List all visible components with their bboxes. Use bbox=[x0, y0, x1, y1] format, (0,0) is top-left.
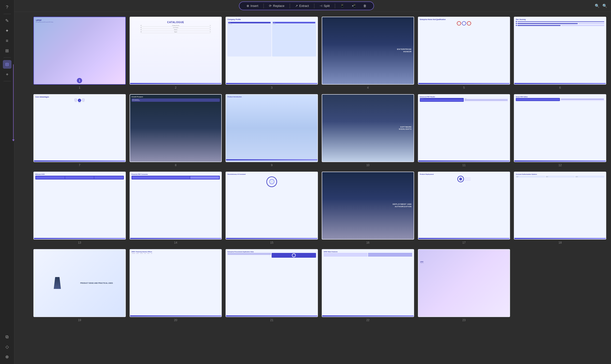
sidebar-divider-2 bbox=[4, 57, 11, 58]
slide20-bottom-bar bbox=[130, 315, 222, 317]
page-15-number: 15 bbox=[270, 241, 273, 244]
slide13-bottom-bar bbox=[34, 238, 125, 239]
trash-icon[interactable]: 🗑 bbox=[360, 3, 370, 9]
page-14-number: 14 bbox=[174, 241, 177, 244]
replace-label: Replace bbox=[273, 4, 284, 8]
slide3-bottom-bar bbox=[226, 83, 318, 84]
page-11-thumb[interactable]: Enhanced PDF Reader Reading Mode Feature… bbox=[418, 94, 510, 167]
page-6-thumb[interactable]: Our Journey bbox=[514, 17, 606, 89]
pages-icon[interactable]: ⊟ bbox=[3, 60, 12, 69]
comment-icon[interactable]: ✦ bbox=[3, 26, 12, 35]
page-7-number: 7 bbox=[79, 164, 81, 167]
arrow-decoration bbox=[13, 64, 14, 141]
page-21-frame[interactable]: Enterprise Procurement Application Value bbox=[225, 249, 318, 317]
page-19-thumb[interactable]: PRODUCT EDGE AND PRACTICAL USES 19 bbox=[33, 249, 126, 322]
page-12-number: 12 bbox=[558, 164, 562, 167]
page-23-thumb[interactable]: UPDF Thank You 23 bbox=[418, 249, 510, 322]
page-17-number: 17 bbox=[462, 241, 465, 244]
insert-icon: ⊕ bbox=[247, 4, 249, 8]
page-2-thumb[interactable]: CATALOGUE 01Company Overview••• 02Core P… bbox=[130, 17, 222, 89]
main-area: ⊕ Insert ⟳ Replace ↗ Extract ⊣ Split 📱 bbox=[14, 0, 611, 364]
toolbar-sep-1 bbox=[264, 4, 264, 8]
page-7-frame[interactable]: Core Advantages ⊞ Product ✦ Core Adv bbox=[33, 94, 126, 162]
page-9-thumb[interactable]: Product Introduction 9 bbox=[225, 94, 318, 167]
link-icon[interactable]: ⊕ bbox=[3, 352, 12, 361]
page-7-thumb[interactable]: Core Advantages ⊞ Product ✦ Core Adv bbox=[33, 94, 126, 167]
page-22-frame[interactable]: UPDF Main Features bbox=[322, 249, 414, 317]
page-3-frame[interactable]: Company Profile About PDF Solutions Visi… bbox=[225, 17, 318, 85]
slide15-bottom-bar bbox=[226, 238, 318, 239]
slide22-bottom-bar bbox=[322, 315, 414, 317]
page-13-thumb[interactable]: Efficient OCR 13 bbox=[33, 172, 126, 244]
layers-icon[interactable]: ⧉ bbox=[3, 333, 12, 341]
page-11-frame[interactable]: Enhanced PDF Reader Reading Mode Feature… bbox=[418, 94, 510, 162]
page-6-frame[interactable]: Our Journey bbox=[514, 17, 606, 85]
split-button[interactable]: ⊣ Split bbox=[316, 3, 333, 9]
page-9-frame[interactable]: Product Introduction bbox=[225, 94, 318, 162]
page-9-number: 9 bbox=[271, 164, 273, 167]
page-4-frame[interactable]: ENTERPRISEHONOR bbox=[322, 17, 414, 85]
toolbar-right: 🔍 🔍 bbox=[595, 4, 607, 8]
page-19-frame[interactable]: PRODUCT EDGE AND PRACTICAL USES bbox=[33, 249, 126, 317]
page-15-thumb[interactable]: Revolutionary Al Assistant 🦷 15 bbox=[225, 172, 318, 244]
page-5-frame[interactable]: Enterprise Honor And Qualification ★ ✓ P… bbox=[418, 17, 510, 85]
page-20-thumb[interactable]: UPDF: Powering Industry Offices Manufact… bbox=[130, 249, 222, 322]
page-13-frame[interactable]: Efficient OCR bbox=[33, 172, 126, 240]
slide14-title: Powerful PDF Converter bbox=[132, 173, 220, 175]
page-16-thumb[interactable]: DEPLOYMENT ANDAUTHORIZATION 16 bbox=[322, 172, 414, 244]
bookmark-icon[interactable]: ⌖ bbox=[3, 70, 12, 79]
page-20-number: 20 bbox=[174, 318, 177, 322]
slide3-title: Company Profile bbox=[227, 19, 316, 20]
toolbar-center: ⊕ Insert ⟳ Replace ↗ Extract ⊣ Split 📱 bbox=[239, 1, 374, 10]
page-15-frame[interactable]: Revolutionary Al Assistant 🦷 bbox=[225, 172, 318, 240]
page-18-thumb[interactable]: Account Authorization Options Enterprise… bbox=[514, 172, 606, 244]
help-icon[interactable]: ? bbox=[3, 3, 12, 12]
page-12-frame[interactable]: Smart PDF Editor bbox=[514, 94, 606, 162]
page-4-thumb[interactable]: ENTERPRISEHONOR 4 bbox=[322, 17, 414, 89]
page-5-thumb[interactable]: Enterprise Honor And Qualification ★ ✓ P… bbox=[418, 17, 510, 89]
page-10-number: 10 bbox=[366, 164, 369, 167]
slide11-bottom-bar bbox=[418, 160, 510, 162]
insert-button[interactable]: ⊕ Insert bbox=[243, 3, 262, 9]
page-16-frame[interactable]: DEPLOYMENT ANDAUTHORIZATION bbox=[322, 172, 414, 240]
toolbar-sep-3 bbox=[314, 4, 314, 8]
page-14-thumb[interactable]: Powerful PDF Converter 14 bbox=[130, 172, 222, 244]
page-22-thumb[interactable]: UPDF Main Features bbox=[322, 249, 414, 322]
extract-button[interactable]: ↗ Extract bbox=[292, 3, 312, 9]
zoom-in-icon[interactable]: 🔍 bbox=[602, 4, 607, 8]
page-3-thumb[interactable]: Company Profile About PDF Solutions Visi… bbox=[225, 17, 318, 89]
grid-view-icon[interactable]: ⊞ bbox=[3, 47, 12, 55]
page-1-frame[interactable]: UPDF A Comprehensive AI Powerful PDF Edi… bbox=[33, 17, 126, 85]
list-view-icon[interactable]: ≡ bbox=[3, 37, 12, 45]
page-1-thumb[interactable]: UPDF A Comprehensive AI Powerful PDF Edi… bbox=[33, 17, 126, 89]
page-10-thumb[interactable]: SOFTWAREHIGHLIGHTS 10 bbox=[322, 94, 414, 167]
page-21-thumb[interactable]: Enterprise Procurement Application Value bbox=[225, 249, 318, 322]
zoom-out-icon[interactable]: 🔍 bbox=[595, 4, 599, 8]
mobile-icon-1[interactable]: 📱 bbox=[337, 3, 347, 9]
page-17-thumb[interactable]: Product Deployment 17 bbox=[418, 172, 510, 244]
page-23-number: 23 bbox=[462, 318, 465, 322]
slide15-title: Revolutionary Al Assistant bbox=[227, 173, 246, 175]
page-23-frame[interactable]: UPDF Thank You bbox=[418, 249, 510, 317]
slide11-title: Enhanced PDF Reader bbox=[420, 96, 508, 97]
page-14-frame[interactable]: Powerful PDF Converter bbox=[130, 172, 222, 240]
sidebar-divider-1 bbox=[4, 14, 11, 14]
page-8-thumb[interactable]: Growth Prospect UPDF: Powering TheFuture… bbox=[130, 94, 222, 167]
page-12-thumb[interactable]: Smart PDF Editor bbox=[514, 94, 606, 167]
page-22-number: 22 bbox=[366, 318, 369, 322]
slide7-bottom-bar bbox=[34, 160, 125, 162]
page-10-frame[interactable]: SOFTWAREHIGHLIGHTS bbox=[322, 94, 414, 162]
replace-button[interactable]: ⟳ Replace bbox=[266, 3, 288, 9]
slide10-title: SOFTWAREHIGHLIGHTS bbox=[399, 126, 412, 131]
page-18-frame[interactable]: Account Authorization Options Enterprise… bbox=[514, 172, 606, 240]
page-8-frame[interactable]: Growth Prospect UPDF: Powering TheFuture… bbox=[130, 94, 222, 162]
ribbon-icon[interactable]: ◇ bbox=[3, 343, 12, 351]
page-2-frame[interactable]: CATALOGUE 01Company Overview••• 02Core P… bbox=[130, 17, 222, 85]
edit-icon[interactable]: ✎ bbox=[3, 16, 12, 25]
mobile-icon-2[interactable]: 📲 bbox=[348, 3, 359, 9]
slide18-bottom-bar bbox=[514, 238, 606, 239]
page-20-frame[interactable]: UPDF: Powering Industry Offices Manufact… bbox=[130, 249, 222, 317]
thumbnail-area[interactable]: UPDF A Comprehensive AI Powerful PDF Edi… bbox=[14, 12, 611, 364]
slide21-bottom-bar bbox=[226, 315, 318, 317]
page-17-frame[interactable]: Product Deployment bbox=[418, 172, 510, 240]
